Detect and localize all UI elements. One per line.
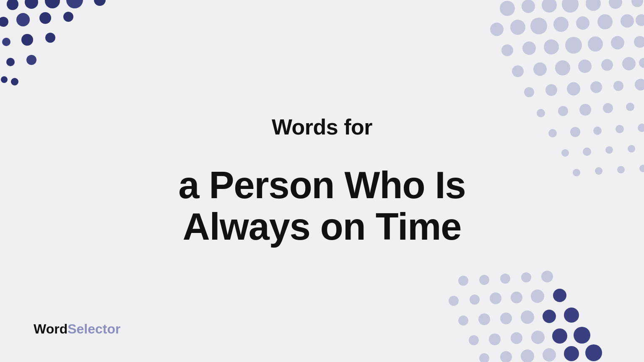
svg-point-96	[564, 346, 579, 361]
page-title: a Person Who Is Always on Time	[178, 165, 465, 248]
logo-word: Word	[34, 321, 68, 336]
svg-point-65	[573, 169, 580, 176]
svg-point-2	[45, 0, 60, 8]
svg-point-79	[553, 289, 566, 302]
svg-point-82	[500, 313, 512, 324]
svg-point-93	[500, 351, 512, 362]
svg-point-17	[522, 0, 535, 13]
svg-point-39	[533, 62, 547, 76]
svg-point-89	[531, 331, 545, 344]
svg-point-59	[615, 125, 624, 133]
svg-point-70	[479, 275, 489, 285]
svg-point-43	[622, 57, 636, 70]
svg-point-61	[561, 149, 569, 157]
title-line2: Always on Time	[183, 206, 462, 248]
svg-point-36	[611, 36, 624, 49]
svg-point-22	[631, 0, 643, 7]
svg-point-45	[524, 87, 534, 97]
svg-point-33	[544, 39, 559, 54]
svg-point-91	[574, 327, 590, 344]
svg-point-84	[543, 310, 556, 323]
svg-point-34	[565, 37, 582, 54]
svg-point-69	[458, 276, 468, 286]
svg-point-75	[470, 295, 480, 305]
svg-point-47	[567, 82, 580, 96]
svg-point-49	[613, 81, 623, 91]
svg-point-48	[590, 81, 602, 93]
svg-point-1	[25, 0, 38, 9]
svg-point-28	[597, 14, 613, 29]
svg-point-86	[469, 335, 479, 345]
svg-point-37	[634, 36, 644, 48]
svg-point-57	[570, 127, 580, 137]
svg-point-58	[593, 127, 602, 135]
svg-point-12	[6, 58, 15, 66]
svg-point-14	[11, 78, 18, 85]
svg-point-19	[562, 0, 579, 13]
svg-point-92	[479, 353, 489, 362]
svg-point-88	[511, 332, 522, 344]
svg-point-53	[579, 104, 591, 116]
svg-point-25	[530, 18, 547, 34]
page-container: Words for a Person Who Is Always on Time…	[0, 0, 644, 362]
svg-point-66	[595, 167, 602, 175]
svg-point-7	[39, 12, 51, 24]
svg-point-67	[617, 166, 625, 173]
logo: WordSelector	[34, 321, 120, 337]
svg-point-87	[489, 334, 501, 345]
title-line1: a Person Who Is	[178, 164, 465, 206]
svg-point-44	[639, 58, 644, 68]
svg-point-83	[521, 310, 534, 324]
svg-point-77	[511, 292, 522, 303]
svg-point-23	[490, 23, 504, 36]
svg-point-81	[478, 313, 490, 325]
main-content: Words for a Person Who Is Always on Time	[178, 114, 465, 248]
svg-point-38	[512, 65, 524, 77]
svg-point-29	[621, 14, 634, 28]
svg-point-97	[585, 344, 602, 361]
svg-point-32	[522, 41, 536, 55]
svg-point-27	[576, 16, 589, 30]
svg-point-0	[7, 0, 18, 10]
svg-point-4	[94, 0, 106, 6]
svg-point-95	[543, 348, 556, 362]
svg-point-56	[548, 129, 557, 137]
svg-point-6	[16, 13, 30, 26]
svg-point-76	[490, 292, 501, 304]
svg-point-18	[542, 0, 557, 13]
svg-point-26	[553, 17, 569, 32]
svg-point-46	[545, 84, 557, 96]
svg-point-40	[555, 60, 570, 75]
svg-point-9	[2, 38, 10, 46]
svg-point-24	[510, 20, 525, 35]
svg-point-20	[586, 0, 601, 11]
svg-point-54	[603, 103, 613, 113]
svg-point-68	[639, 165, 644, 172]
svg-point-90	[552, 328, 567, 344]
svg-point-85	[564, 308, 579, 323]
svg-point-3	[66, 0, 83, 8]
svg-point-13	[26, 55, 36, 65]
logo-selector: Selector	[68, 321, 120, 336]
svg-point-64	[628, 145, 635, 153]
svg-point-8	[63, 12, 73, 22]
svg-point-63	[605, 146, 613, 154]
svg-point-10	[21, 34, 33, 46]
svg-point-55	[626, 103, 634, 111]
svg-point-41	[578, 59, 592, 73]
subtitle: Words for	[178, 114, 465, 140]
svg-point-60	[638, 124, 644, 132]
svg-point-31	[501, 44, 513, 56]
svg-point-42	[601, 59, 613, 71]
svg-point-11	[45, 33, 55, 43]
svg-point-35	[588, 36, 603, 52]
svg-point-78	[531, 290, 544, 303]
svg-point-62	[583, 147, 591, 156]
svg-point-80	[458, 315, 468, 326]
svg-point-15	[1, 76, 8, 83]
svg-point-94	[521, 349, 534, 362]
svg-point-71	[500, 274, 510, 284]
svg-point-74	[449, 296, 459, 306]
svg-point-5	[0, 17, 8, 27]
svg-point-52	[558, 106, 568, 116]
